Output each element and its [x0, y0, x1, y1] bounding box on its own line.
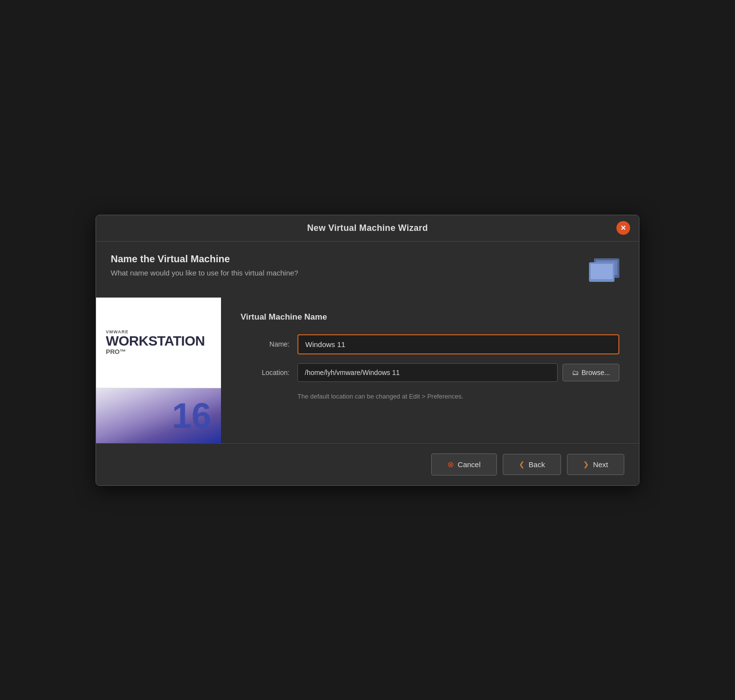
- location-input-group: 🗂 Browse...: [297, 363, 619, 382]
- hint-text: The default location can be changed at E…: [297, 393, 619, 400]
- main-panel: Virtual Machine Name Name: Location: 🗂 B…: [221, 298, 639, 443]
- dialog-title: New Virtual Machine Wizard: [307, 223, 428, 233]
- location-input[interactable]: [297, 363, 558, 382]
- header-section: Name the Virtual Machine What name would…: [96, 242, 639, 298]
- next-label: Next: [593, 460, 608, 469]
- sidebar-bottom: 16: [96, 388, 221, 443]
- cancel-icon: ⊗: [447, 460, 454, 469]
- close-button[interactable]: ✕: [616, 221, 630, 235]
- content-area: VMWARE WORKSTATION PRO™ 16 Virtual Machi…: [96, 298, 639, 443]
- sidebar: VMWARE WORKSTATION PRO™ 16: [96, 298, 221, 443]
- next-button[interactable]: ❯ Next: [567, 454, 624, 475]
- version-number: 16: [172, 398, 211, 433]
- browse-label: Browse...: [582, 369, 610, 376]
- title-bar: New Virtual Machine Wizard ✕: [96, 215, 639, 242]
- name-label: Name:: [241, 340, 290, 348]
- back-button[interactable]: ❮ Back: [503, 454, 561, 475]
- sidebar-top: VMWARE WORKSTATION PRO™: [96, 298, 221, 388]
- back-label: Back: [529, 460, 545, 469]
- footer: ⊗ Cancel ❮ Back ❯ Next: [96, 443, 639, 485]
- browse-button[interactable]: 🗂 Browse...: [563, 364, 619, 381]
- new-vm-wizard-dialog: New Virtual Machine Wizard ✕ Name the Vi…: [96, 215, 639, 486]
- header-text: Name the Virtual Machine What name would…: [111, 253, 298, 277]
- name-row: Name:: [241, 334, 619, 354]
- page-description: What name would you like to use for this…: [111, 269, 298, 277]
- location-row: Location: 🗂 Browse...: [241, 363, 619, 382]
- next-icon: ❯: [583, 460, 589, 468]
- location-label: Location:: [241, 369, 290, 376]
- product-line2: PRO™: [106, 348, 205, 355]
- back-icon: ❮: [519, 460, 525, 468]
- folder-icon: 🗂: [572, 369, 579, 376]
- svg-rect-3: [591, 264, 612, 279]
- vm-name-input[interactable]: [297, 334, 619, 354]
- product-line1: WORKSTATION: [106, 334, 205, 348]
- vm-stack-icon: [585, 253, 624, 288]
- section-title: Virtual Machine Name: [241, 312, 619, 322]
- cancel-label: Cancel: [458, 460, 481, 469]
- page-heading: Name the Virtual Machine: [111, 253, 298, 265]
- cancel-button[interactable]: ⊗ Cancel: [431, 453, 497, 475]
- vmware-brand: VMWARE WORKSTATION PRO™: [106, 329, 205, 355]
